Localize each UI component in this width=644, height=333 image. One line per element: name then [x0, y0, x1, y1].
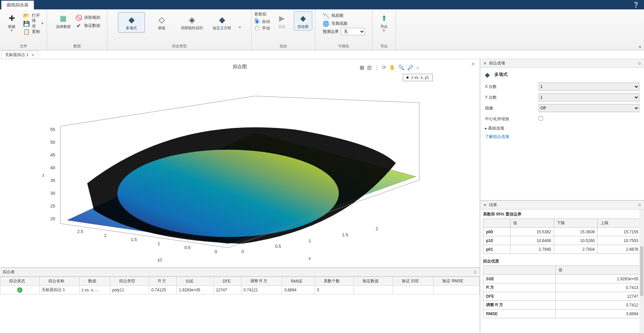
column-header[interactable]: ⋮⋮验证 RMSE	[434, 277, 480, 286]
plot-area[interactable]: ⚙ 拟合图 ▦ ▥ ⋮ ⟳ ✋ 🔍 🔎 ⌂ z vs. x, y1	[0, 59, 480, 267]
x-degree-label: X 次数	[485, 84, 539, 90]
svg-text:50: 50	[50, 140, 55, 145]
select-data-button[interactable]: ▦ 选择数据	[54, 11, 73, 31]
surface-plot: 2025 3035 4045 5055 z	[40, 76, 433, 264]
residuals-button[interactable]: 📉 残差图	[323, 11, 365, 19]
fit-type-custom[interactable]: ◆ 自定义方程	[209, 12, 235, 33]
svg-text:1.5: 1.5	[342, 232, 348, 237]
validation-data-button[interactable]: ✔ 验证数据	[75, 21, 100, 30]
exclude-icon: 🚫	[75, 14, 82, 21]
save-button[interactable]: 💾 保存 ▼	[23, 19, 44, 28]
copy-button[interactable]: 📋 复制	[23, 28, 44, 36]
fit-group-label: 拟合	[280, 44, 287, 49]
copy-icon: 📋	[23, 28, 30, 35]
svg-text:1.5: 1.5	[131, 237, 137, 242]
datatip-icon[interactable]: ⋮	[374, 64, 379, 70]
fit-type-name: 多项式	[494, 72, 507, 78]
gof-table: 值 SSE1.9283e+05R 方0.7413DFE12747调整 R 方0.…	[483, 266, 641, 318]
zoom-out-icon[interactable]: 🔎	[407, 64, 414, 70]
advanced-options-toggle[interactable]: ▸ 高级选项	[485, 126, 639, 131]
column-header[interactable]: ⋮⋮验证数据	[354, 277, 393, 286]
svg-text:25: 25	[50, 203, 55, 208]
fit-options-title: 拟合选项	[489, 60, 505, 66]
y-degree-select[interactable]: 1	[539, 93, 639, 101]
gear-icon[interactable]: ⚙	[473, 270, 477, 275]
dropdown-icon: ▼	[382, 29, 385, 32]
home-icon[interactable]: ⌂	[416, 64, 419, 70]
update-fit-label: 更新拟合	[254, 11, 270, 18]
column-header[interactable]: ⋮⋮系数个数	[315, 277, 354, 286]
column-header[interactable]: ⋮⋮DFE	[214, 277, 241, 286]
column-header[interactable]: ⋮⋮拟合类型	[110, 277, 149, 286]
column-header[interactable]: ⋮⋮拟合状态	[0, 277, 40, 286]
save-icon: 💾	[23, 20, 30, 27]
column-header[interactable]: ⋮⋮SSE	[177, 277, 214, 286]
fit-type-polynomial[interactable]: ◆ 多项式	[118, 12, 145, 33]
fit-table-title: 拟合表	[3, 269, 15, 275]
exclude-brush-icon[interactable]: ▥	[367, 64, 372, 70]
collapse-icon[interactable]: ▼	[483, 61, 487, 66]
document-tab-label: 无标题拟合 1	[5, 52, 29, 58]
help-icon[interactable]: ❔	[633, 2, 639, 8]
svg-text:0: 0	[215, 249, 217, 254]
fit-table[interactable]: ⋮⋮拟合状态⋮⋮拟合名称⋮⋮数据⋮⋮拟合类型⋮⋮R 方⋮⋮SSE⋮⋮DFE⋮⋮调…	[0, 277, 480, 294]
svg-text:0: 0	[241, 249, 244, 254]
new-button[interactable]: ✚ 新建 ▼	[3, 11, 20, 34]
scrollbar[interactable]	[639, 209, 644, 333]
custom-icon: ◆	[217, 14, 227, 25]
auto-radio[interactable]: 自动	[254, 18, 270, 25]
zoom-in-icon[interactable]: 🔍	[398, 64, 405, 70]
column-header[interactable]: ⋮⋮拟合名称	[39, 277, 79, 286]
plot-toolbar: ▦ ▥ ⋮ ⟳ ✋ 🔍 🔎 ⌂	[360, 64, 419, 70]
rotate-icon[interactable]: ⟳	[382, 64, 386, 70]
dropdown-icon: ▼	[41, 22, 44, 25]
coef-table: 值下限上限 p0015.538215.360915.7155p1010.6406…	[483, 219, 641, 254]
polynomial-icon: ◆	[126, 14, 137, 25]
plot-gear-icon[interactable]: ⚙	[471, 62, 475, 66]
fit-options-panel: ◆ 多项式 X 次数 1 Y 次数 1 稳健 Off 中心化并缩放 ▸ 高级选项	[480, 68, 644, 200]
document-tab[interactable]: 无标题拟合 1 ✕	[1, 51, 38, 59]
x-degree-select[interactable]: 1	[539, 83, 639, 91]
column-header[interactable]: ⋮⋮R 方	[149, 277, 177, 286]
check-icon: ✔	[75, 22, 82, 29]
svg-text:1: 1	[158, 241, 160, 246]
brush-icon[interactable]: ▦	[360, 64, 364, 70]
contour-icon: 🌀	[323, 20, 329, 27]
robust-select[interactable]: Off	[539, 104, 639, 112]
center-scale-checkbox[interactable]	[539, 116, 543, 121]
robust-label: 稳健	[485, 105, 539, 111]
ribbon-collapse-icon[interactable]: ▲	[638, 44, 642, 49]
status-ok-icon: ✓	[17, 287, 22, 293]
column-header[interactable]: ⋮⋮调整 R 方	[241, 277, 282, 286]
contour-button[interactable]: 🌀 等高线图	[323, 19, 365, 28]
svg-text:x: x	[309, 256, 311, 261]
export-button[interactable]: ⬆ 导出 ▼	[375, 11, 393, 34]
close-icon[interactable]: ✕	[31, 53, 35, 57]
fit-type-interpolant[interactable]: ◇ 插值	[148, 12, 175, 33]
app-tab[interactable]: 曲线拟合器	[1, 1, 34, 9]
pred-bounds-select[interactable]: 无	[341, 28, 365, 35]
plus-icon: ✚	[6, 13, 17, 24]
collapse-icon[interactable]: ▼	[483, 203, 487, 207]
fit-type-loess[interactable]: ◈ 局部线性回归	[178, 12, 205, 33]
table-row[interactable]: ✓ 无标题拟合 1 z vs. x, ... poly11 0.74125 1.…	[0, 286, 480, 294]
manual-radio[interactable]: 手动	[254, 25, 270, 32]
results-panel: 系数和 95% 置信边界 值下限上限 p0015.538215.360915.7…	[480, 209, 644, 333]
column-header[interactable]: ⋮⋮验证 SSE	[393, 277, 433, 286]
loess-icon: ◈	[186, 14, 197, 25]
fit-plot-button[interactable]: ◆ 拟合图	[294, 11, 312, 31]
gear-icon[interactable]: ⚙	[638, 203, 641, 207]
column-header[interactable]: ⋮⋮数据	[79, 277, 110, 286]
svg-text:55: 55	[50, 127, 55, 132]
column-header[interactable]: ⋮⋮RMSE	[282, 277, 315, 286]
pred-bounds-row: 预测边界 无	[323, 28, 365, 36]
pan-icon[interactable]: ✋	[389, 64, 395, 70]
fit-type-more-icon[interactable]: ▾	[239, 25, 241, 30]
svg-text:0.5: 0.5	[184, 245, 191, 250]
svg-text:2: 2	[376, 226, 378, 231]
learn-fit-options-link[interactable]: 了解拟合选项	[485, 134, 509, 140]
gear-icon[interactable]: ⚙	[638, 61, 641, 66]
exclusion-rules-button[interactable]: 🚫 排除规则	[75, 13, 100, 21]
ribbon: ✚ 新建 ▼ 📂 打开 💾 保存 ▼ 📋 复制 文件	[0, 9, 644, 50]
plot-title: 拟合图	[233, 64, 247, 70]
